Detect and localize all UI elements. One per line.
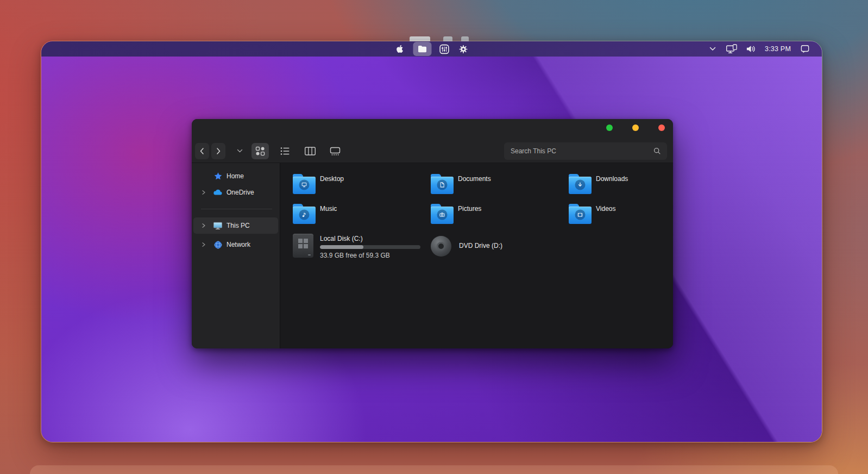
folder-icon: [293, 203, 316, 224]
apple-logo-icon: [397, 45, 404, 53]
notifications-button[interactable]: [799, 42, 811, 56]
search-icon: [653, 147, 662, 155]
drive-free-space: 33.9 GB free of 59.3 GB: [320, 252, 420, 259]
window-body: Home OneDrive: [192, 163, 673, 348]
file-explorer-menubar-button[interactable]: [413, 42, 431, 56]
folder-icon: [569, 173, 592, 194]
desktop-emblem-icon: [299, 179, 310, 190]
forward-button[interactable]: [211, 143, 225, 159]
folder-icon: [569, 203, 592, 224]
settings-button[interactable]: [457, 42, 469, 56]
toolbar: [195, 143, 667, 159]
tile-label: Music: [320, 205, 337, 224]
folder-pictures[interactable]: Pictures: [431, 203, 561, 224]
network-display-icon: [726, 44, 738, 54]
chat-bubble-icon: [800, 44, 810, 54]
disk-usage-fill: [320, 245, 363, 249]
document-emblem-icon: [437, 179, 448, 190]
view-columns-button[interactable]: [301, 143, 319, 159]
view-grid-button[interactable]: [251, 143, 269, 159]
window-controls: [606, 124, 665, 131]
gallery-view-icon: [329, 146, 341, 156]
chevron-expand-icon[interactable]: [201, 190, 207, 195]
volume-button[interactable]: [745, 42, 757, 56]
gear-icon: [458, 44, 469, 54]
background-reflection: [30, 465, 838, 474]
folder-music[interactable]: Music: [293, 203, 423, 224]
back-button[interactable]: [195, 143, 209, 159]
zoom-button[interactable]: [606, 124, 613, 131]
sidebar-item-label: This PC: [227, 222, 250, 229]
window-header: [192, 119, 673, 163]
dvd-disc-icon: [431, 236, 451, 257]
camera-emblem-icon: [437, 209, 448, 220]
sidebar-item-network[interactable]: Network: [192, 236, 280, 253]
network-display-button[interactable]: [726, 42, 738, 56]
sidebar-item-label: Home: [227, 172, 244, 180]
caret-down-icon: [237, 149, 243, 153]
history-dropdown-button[interactable]: [236, 149, 243, 153]
chevron-left-icon: [199, 147, 205, 155]
network-globe-icon: [213, 240, 223, 250]
chevron-expand-icon[interactable]: [201, 242, 207, 247]
control-center-icon: [439, 43, 450, 55]
folder-icon: [431, 173, 454, 194]
onedrive-cloud-icon: [213, 189, 223, 196]
this-pc-monitor-icon: [213, 221, 223, 230]
download-arrow-emblem-icon: [575, 179, 586, 190]
drive-local-disk[interactable]: Local Disk (C:) 33.9 GB free of 59.3 GB: [293, 234, 429, 259]
tile-label: Downloads: [596, 175, 628, 194]
screenshot-canvas: 3:33 PM: [0, 0, 868, 474]
music-note-emblem-icon: [299, 209, 310, 220]
tray-expand-button[interactable]: [707, 42, 719, 56]
view-list-button[interactable]: [276, 143, 294, 159]
tile-label: Videos: [596, 205, 615, 224]
tile-label: Documents: [458, 175, 491, 194]
sidebar: Home OneDrive: [192, 163, 280, 348]
folder-icon: [431, 203, 454, 224]
search-box: [504, 142, 667, 160]
file-explorer-window: Home OneDrive: [192, 119, 673, 348]
drive-dvd[interactable]: DVD Drive (D:): [431, 234, 561, 258]
disk-usage-bar: [320, 245, 420, 249]
folder-videos[interactable]: Videos: [569, 203, 673, 224]
system-tray: 3:33 PM: [707, 41, 811, 57]
grid-view-icon: [255, 146, 266, 157]
menu-bar: 3:33 PM: [41, 41, 822, 57]
sidebar-divider: [201, 209, 272, 209]
volume-icon: [746, 45, 756, 53]
windows-logo-icon: [298, 239, 308, 248]
menu-bar-center-icons: [394, 41, 469, 57]
film-emblem-icon: [575, 209, 586, 220]
hard-drive-icon: [293, 234, 313, 258]
folder-icon: [293, 173, 316, 194]
folder-desktop[interactable]: Desktop: [293, 173, 423, 194]
columns-view-icon: [304, 146, 316, 156]
search-input[interactable]: [510, 147, 653, 155]
clock[interactable]: 3:33 PM: [764, 42, 792, 56]
sidebar-item-label: OneDrive: [227, 189, 254, 196]
minimize-button[interactable]: [632, 124, 639, 131]
tile-label: Pictures: [458, 205, 481, 224]
folder-downloads[interactable]: Downloads: [569, 173, 673, 194]
home-star-icon: [213, 172, 223, 181]
sidebar-item-onedrive[interactable]: OneDrive: [192, 184, 280, 201]
content-area: Desktop Documents: [280, 163, 673, 348]
list-view-icon: [280, 146, 291, 157]
desktop-frame: 3:33 PM: [41, 41, 822, 442]
folder-documents[interactable]: Documents: [431, 173, 561, 194]
control-center-button[interactable]: [438, 42, 450, 56]
drive-label: DVD Drive (D:): [459, 242, 502, 250]
sidebar-item-home[interactable]: Home: [192, 168, 280, 184]
close-button[interactable]: [658, 124, 665, 131]
tile-label: Desktop: [320, 175, 344, 194]
folder-icon: [417, 45, 427, 53]
drive-label: Local Disk (C:): [320, 235, 420, 243]
chevron-expand-icon[interactable]: [201, 223, 207, 228]
apple-menu-button[interactable]: [394, 42, 406, 56]
chevron-down-icon: [709, 47, 716, 51]
view-gallery-button[interactable]: [326, 143, 344, 159]
sidebar-item-thispc[interactable]: This PC: [193, 217, 278, 234]
chevron-right-icon: [215, 147, 222, 155]
sidebar-item-label: Network: [227, 241, 250, 248]
